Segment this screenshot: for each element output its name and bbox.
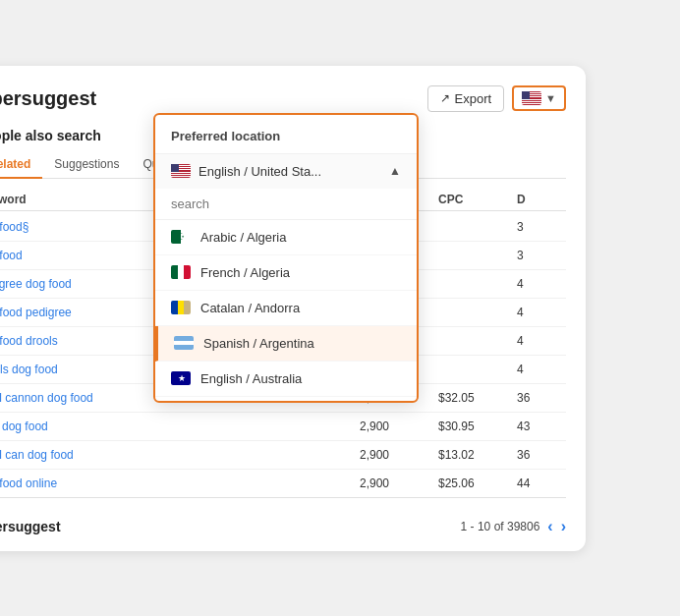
pagination-next-button[interactable]: › — [561, 518, 566, 535]
location-dropdown: Preferred location English / United Sta.… — [153, 113, 419, 403]
export-icon: ↗ — [440, 91, 450, 105]
selected-option-left: English / United Sta... — [171, 164, 321, 179]
selected-option[interactable]: English / United Sta... ▲ — [155, 154, 417, 189]
keyword-cell[interactable]: best dog food — [0, 420, 360, 433]
tab-related[interactable]: Related — [0, 151, 42, 179]
main-card: Ubersuggest ↗ Export ▼ People also searc… — [0, 66, 586, 551]
dropdown-item-english-australia[interactable]: English / Australia — [155, 362, 417, 397]
flag-ar-icon — [174, 336, 194, 350]
dropdown-item-arabic-algeria[interactable]: Arabic / Algeria — [155, 220, 417, 255]
flag-dropdown-button[interactable]: ▼ — [512, 85, 566, 111]
table-footer: Ubersuggest 1 - 10 of 39806 ‹ › — [0, 506, 566, 535]
tab-suggestions[interactable]: Suggestions — [42, 151, 131, 179]
chevron-up-icon: ▲ — [389, 164, 401, 178]
pagination-text: 1 - 10 of 39806 — [461, 520, 540, 533]
flag-au-icon — [171, 371, 191, 385]
dropdown-item-label: English / Australia — [200, 371, 302, 386]
header: Ubersuggest ↗ Export ▼ — [0, 85, 566, 112]
keyword-cell[interactable]: royal can dog food — [0, 448, 360, 462]
footer-logo: Ubersuggest — [0, 519, 61, 534]
dropdown-item-label: French / Algeria — [200, 265, 290, 280]
dropdown-item-label: Spanish / Argentina — [203, 336, 314, 351]
logo: Ubersuggest — [0, 87, 96, 110]
table-row: best dog food 2,900 $30.95 43 — [0, 413, 566, 441]
export-label: Export — [455, 91, 492, 106]
dropdown-item-label: Catalan / Andorra — [200, 301, 300, 315]
flag-dz-fr-icon — [171, 265, 191, 279]
col-cpc: CPC — [438, 193, 517, 206]
dropdown-item-spanish-argentina[interactable]: Spanish / Argentina — [155, 326, 417, 362]
selected-flag-icon — [171, 164, 191, 178]
pagination: 1 - 10 of 39806 ‹ › — [461, 518, 566, 535]
dropdown-title: Preferred location — [155, 115, 417, 154]
selected-option-label: English / United Sta... — [198, 164, 321, 179]
col-d: D — [517, 193, 566, 206]
export-button[interactable]: ↗ Export — [427, 85, 505, 112]
dropdown-list: Arabic / Algeria French / Algeria Catala… — [155, 220, 417, 397]
keyword-cell[interactable]: dog food online — [0, 476, 360, 490]
pagination-prev-button[interactable]: ‹ — [547, 518, 552, 535]
flag-ad-icon — [171, 301, 191, 314]
header-right: ↗ Export ▼ — [427, 85, 566, 112]
dropdown-item-catalan-andorra[interactable]: Catalan / Andorra — [155, 291, 417, 326]
dropdown-item-label: Arabic / Algeria — [200, 230, 286, 245]
dropdown-search-input[interactable] — [155, 189, 417, 220]
table-row: dog food online 2,900 $25.06 44 — [0, 470, 566, 498]
dropdown-item-french-algeria[interactable]: French / Algeria — [155, 255, 417, 291]
us-flag-icon — [522, 91, 541, 105]
chevron-down-icon: ▼ — [545, 92, 556, 104]
flag-dz-icon — [171, 230, 191, 244]
table-row: royal can dog food 2,900 $13.02 36 — [0, 441, 566, 470]
